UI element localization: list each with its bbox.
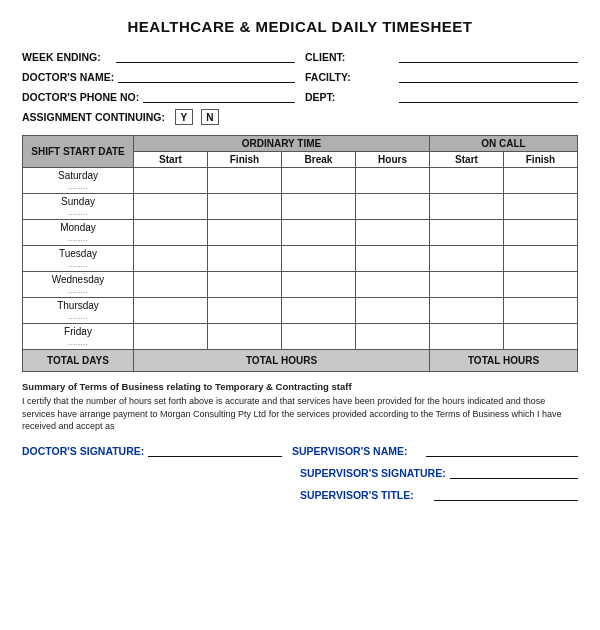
data-cell[interactable] — [208, 168, 282, 194]
data-cell[interactable] — [430, 272, 504, 298]
data-cell[interactable] — [430, 168, 504, 194]
supervisors-name-label: SUPERVISOR'S NAME: — [292, 445, 422, 457]
dept-field: DEPT: — [305, 89, 578, 103]
data-cell[interactable] — [356, 168, 430, 194]
page-title: HEALTHCARE & MEDICAL DAILY TIMESHEET — [22, 18, 578, 35]
data-cell[interactable] — [208, 298, 282, 324]
signature-section: DOCTOR'S SIGNATURE: SUPERVISOR'S NAME: S… — [22, 443, 578, 501]
doctors-name-label: DOCTOR'S NAME: — [22, 71, 114, 83]
data-cell[interactable] — [208, 324, 282, 350]
table-row: Monday........ — [23, 220, 578, 246]
data-cell[interactable] — [134, 168, 208, 194]
doctors-phone-field: DOCTOR'S PHONE NO: — [22, 89, 295, 103]
on-call-header: ON CALL — [430, 136, 578, 152]
data-cell[interactable] — [282, 246, 356, 272]
form-row-3: DOCTOR'S PHONE NO: DEPT: — [22, 89, 578, 103]
supervisors-title-line[interactable] — [434, 487, 578, 501]
data-cell[interactable] — [430, 298, 504, 324]
form-fields: WEEK ENDING: CLIENT: DOCTOR'S NAME: FACI… — [22, 49, 578, 125]
doctors-signature-label: DOCTOR'S SIGNATURE: — [22, 445, 144, 457]
data-cell[interactable] — [356, 324, 430, 350]
n-button[interactable]: N — [201, 109, 219, 125]
total-hours-oncall-cell: TOTAL HOURS — [430, 350, 578, 372]
sub-oncall-finish: Finish — [504, 152, 578, 168]
data-cell[interactable] — [356, 298, 430, 324]
data-cell[interactable] — [208, 220, 282, 246]
week-ending-field: WEEK ENDING: — [22, 49, 295, 63]
sub-hours: Hours — [356, 152, 430, 168]
data-cell[interactable] — [430, 220, 504, 246]
summary-text: I certify that the number of hours set f… — [22, 395, 578, 433]
data-cell[interactable] — [282, 324, 356, 350]
supervisors-signature-line[interactable] — [450, 465, 578, 479]
data-cell[interactable] — [208, 246, 282, 272]
total-hours-cell: TOTAL HOURS — [134, 350, 430, 372]
dept-line[interactable] — [399, 89, 578, 103]
client-label: CLIENT: — [305, 51, 395, 63]
data-cell[interactable] — [504, 246, 578, 272]
day-name-cell: Saturday........ — [23, 168, 134, 194]
week-ending-label: WEEK ENDING: — [22, 51, 112, 63]
day-name-cell: Friday........ — [23, 324, 134, 350]
data-cell[interactable] — [504, 220, 578, 246]
data-cell[interactable] — [356, 272, 430, 298]
data-cell[interactable] — [282, 272, 356, 298]
data-cell[interactable] — [282, 194, 356, 220]
summary-section: Summary of Terms of Business relating to… — [22, 380, 578, 433]
data-cell[interactable] — [282, 220, 356, 246]
data-cell[interactable] — [134, 324, 208, 350]
supervisors-title-label: SUPERVISOR'S TITLE: — [300, 489, 430, 501]
table-row: Tuesday........ — [23, 246, 578, 272]
data-cell[interactable] — [134, 220, 208, 246]
sub-oncall-start: Start — [430, 152, 504, 168]
data-cell[interactable] — [430, 194, 504, 220]
doctors-signature-line[interactable] — [148, 443, 282, 457]
sub-finish: Finish — [208, 152, 282, 168]
doctors-phone-line[interactable] — [143, 89, 295, 103]
day-name-cell: Monday........ — [23, 220, 134, 246]
week-ending-line[interactable] — [116, 49, 295, 63]
data-cell[interactable] — [134, 298, 208, 324]
data-cell[interactable] — [430, 324, 504, 350]
data-cell[interactable] — [282, 298, 356, 324]
total-days-cell: TOTAL DAYS — [23, 350, 134, 372]
client-field: CLIENT: — [305, 49, 578, 63]
data-cell[interactable] — [134, 272, 208, 298]
data-cell[interactable] — [356, 220, 430, 246]
data-cell[interactable] — [504, 168, 578, 194]
total-row: TOTAL DAYS TOTAL HOURS TOTAL HOURS — [23, 350, 578, 372]
summary-title: Summary of Terms of Business relating to… — [22, 380, 578, 393]
form-row-1: WEEK ENDING: CLIENT: — [22, 49, 578, 63]
facility-line[interactable] — [399, 69, 578, 83]
table-row: Thursday........ — [23, 298, 578, 324]
data-cell[interactable] — [504, 272, 578, 298]
data-cell[interactable] — [504, 298, 578, 324]
doctors-phone-label: DOCTOR'S PHONE NO: — [22, 91, 139, 103]
sub-break: Break — [282, 152, 356, 168]
facility-field: FACILTY: — [305, 69, 578, 83]
table-row: Sunday........ — [23, 194, 578, 220]
assignment-label: ASSIGNMENT CONTINUING: — [22, 111, 165, 123]
day-name-cell: Tuesday........ — [23, 246, 134, 272]
sub-start: Start — [134, 152, 208, 168]
day-name-cell: Wednesday........ — [23, 272, 134, 298]
data-cell[interactable] — [356, 246, 430, 272]
client-line[interactable] — [399, 49, 578, 63]
data-cell[interactable] — [134, 194, 208, 220]
data-cell[interactable] — [208, 272, 282, 298]
data-cell[interactable] — [134, 246, 208, 272]
shift-start-date-header: SHIFT START DATE — [23, 136, 134, 168]
data-cell[interactable] — [504, 194, 578, 220]
data-cell[interactable] — [430, 246, 504, 272]
table-row: Friday........ — [23, 324, 578, 350]
table-row: Wednesday........ — [23, 272, 578, 298]
data-cell[interactable] — [282, 168, 356, 194]
dept-label: DEPT: — [305, 91, 395, 103]
data-cell[interactable] — [208, 194, 282, 220]
data-cell[interactable] — [504, 324, 578, 350]
data-cell[interactable] — [356, 194, 430, 220]
doctors-name-line[interactable] — [118, 69, 295, 83]
y-button[interactable]: Y — [175, 109, 193, 125]
supervisors-name-line[interactable] — [426, 443, 578, 457]
sig-row-1: DOCTOR'S SIGNATURE: SUPERVISOR'S NAME: — [22, 443, 578, 457]
